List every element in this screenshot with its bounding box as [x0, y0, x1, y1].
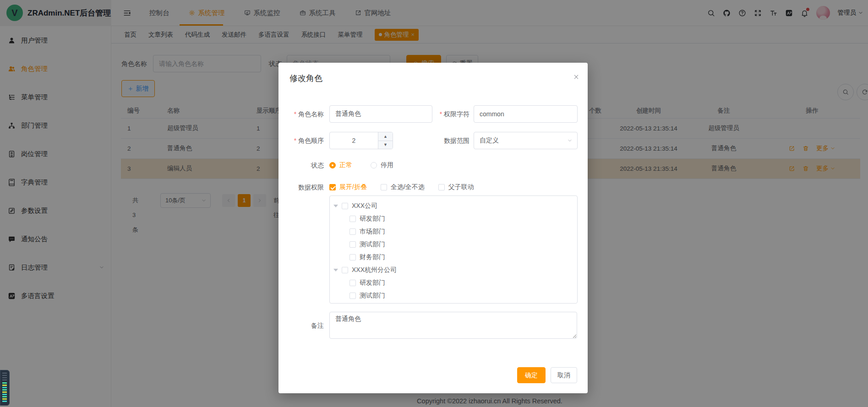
remark-label: 备注 — [278, 317, 324, 334]
tree-checkbox[interactable] — [342, 203, 348, 209]
data-scope-select[interactable]: 自定义 — [474, 132, 578, 149]
radio-dot — [329, 162, 336, 168]
checkbox-box — [381, 184, 387, 190]
tree-node[interactable]: 测试部门 — [330, 238, 577, 251]
tree-checkbox[interactable] — [349, 241, 356, 248]
dialog-title: 修改角色 — [289, 73, 322, 84]
tree-expand-icon[interactable] — [333, 269, 338, 271]
data-scope-label: 数据范围 — [416, 132, 469, 149]
tree-node[interactable]: 研发部门 — [330, 277, 577, 289]
tree-checkbox[interactable] — [342, 267, 348, 273]
tree-checkbox[interactable] — [349, 254, 356, 260]
tree-checkbox[interactable] — [349, 216, 356, 222]
corner-meter-widget[interactable] — [0, 370, 10, 406]
tree-node[interactable]: XXX杭州分公司 — [330, 264, 577, 277]
tree-checkbox[interactable] — [349, 293, 356, 299]
status-radio-group: 正常 停用 — [329, 161, 393, 170]
department-tree: XXX公司 研发部门 市场部门 测试部门 财务部门 XXX杭州分公司 研发部门 … — [329, 195, 578, 304]
remark-textarea[interactable]: 普通角色 — [329, 312, 577, 339]
stepper-down-button[interactable]: ▼ — [378, 141, 393, 149]
tree-expand-icon[interactable] — [333, 205, 338, 207]
checkbox-select-all[interactable]: 全选/全不选 — [381, 183, 425, 191]
tree-node[interactable]: 市场部门 — [330, 225, 577, 238]
role-key-label: 权限字符 — [416, 105, 469, 123]
radio-disabled[interactable]: 停用 — [371, 161, 393, 169]
radio-normal[interactable]: 正常 — [329, 161, 352, 169]
tree-node[interactable]: 财务部门 — [330, 251, 577, 264]
dialog-close-icon[interactable] — [573, 74, 579, 80]
checkbox-parent-child-link[interactable]: 父子联动 — [438, 183, 474, 191]
tree-checkbox[interactable] — [349, 228, 356, 235]
role-order-value[interactable]: 2 — [330, 132, 378, 149]
role-name-label: 角色名称 — [278, 105, 324, 123]
chevron-down-icon — [567, 138, 573, 143]
data-perm-options: 展开/折叠 全选/全不选 父子联动 — [329, 183, 474, 192]
confirm-button[interactable]: 确定 — [517, 367, 546, 383]
radio-dot — [371, 162, 377, 168]
tree-checkbox[interactable] — [349, 280, 356, 286]
meter-bars — [2, 373, 7, 381]
data-perm-label: 数据权限 — [278, 179, 324, 196]
tree-node[interactable]: XXX公司 — [330, 200, 577, 212]
edit-role-dialog: 修改角色 角色名称 权限字符 角色顺序 2 ▲ ▼ 数据范围 自定义 状态 正常… — [278, 63, 588, 393]
role-order-stepper: 2 ▲ ▼ — [329, 132, 393, 149]
tree-node[interactable]: 测试部门 — [330, 289, 577, 302]
checkbox-box — [438, 184, 445, 190]
meter-bars — [2, 382, 7, 403]
stepper-up-button[interactable]: ▲ — [378, 132, 393, 141]
status-label: 状态 — [278, 157, 324, 174]
tree-node[interactable]: 研发部门 — [330, 212, 577, 225]
cancel-button[interactable]: 取消 — [551, 367, 577, 383]
checkbox-box — [329, 184, 336, 190]
role-order-label: 角色顺序 — [278, 132, 324, 149]
role-key-input[interactable] — [474, 105, 578, 123]
checkbox-expand-collapse[interactable]: 展开/折叠 — [329, 183, 367, 191]
